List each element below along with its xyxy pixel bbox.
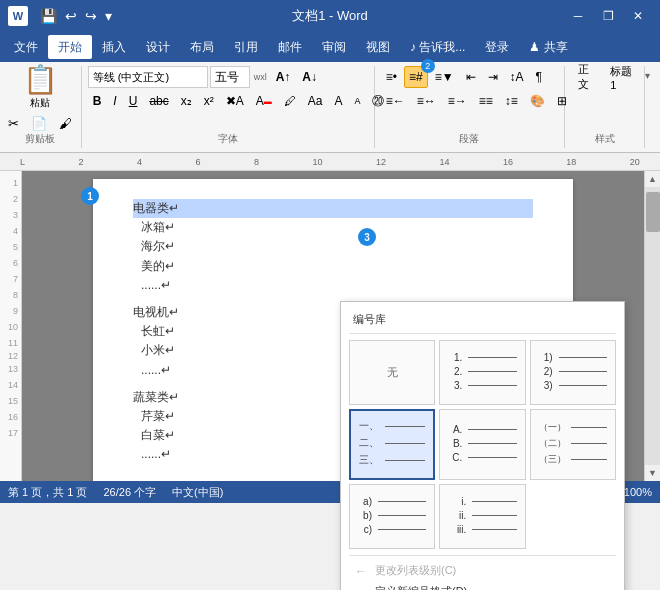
font-smallA-button[interactable]: A [349, 90, 365, 112]
none-label: 无 [387, 365, 398, 380]
font-bigA-button[interactable]: A [329, 90, 347, 112]
increase-font-btn[interactable]: A↑ [271, 66, 296, 88]
show-marks-button[interactable]: ¶ [531, 66, 547, 88]
font-name-box[interactable]: 等线 (中文正文) [88, 66, 208, 88]
decrease-font-btn[interactable]: A↓ [297, 66, 322, 88]
ribbon-expand-btn[interactable]: ▾ [645, 66, 660, 148]
item-midea: 美的↵ [133, 257, 533, 276]
list-style-grid: 无 1. 2. 3. [349, 340, 616, 549]
vertical-scrollbar[interactable]: ▲ ▼ [644, 171, 660, 481]
font-color-button[interactable]: A▬ [251, 90, 277, 112]
ruler-12: 12 [376, 157, 386, 167]
menu-layout[interactable]: 布局 [180, 35, 224, 59]
scroll-up-btn[interactable]: ▲ [645, 171, 661, 187]
section-header-appliances: 电器类↵ [133, 199, 533, 218]
copy-button[interactable]: 📄 [26, 112, 52, 134]
ruler-4: 4 [137, 157, 142, 167]
menu-design[interactable]: 设计 [136, 35, 180, 59]
list-style-none[interactable]: 无 [349, 340, 435, 405]
al-line-2: b) [358, 510, 426, 521]
item-ellipsis1: ......↵ [133, 276, 533, 295]
subscript-button[interactable]: x₂ [176, 90, 197, 112]
define-new-format-action[interactable]: 定义新编号格式(D)... [349, 581, 616, 590]
font-row1: 等线 (中文正文) 五号 wxl A↑ A↓ [88, 66, 368, 88]
undo-quick-btn[interactable]: ↩ [63, 6, 79, 26]
menu-review[interactable]: 审阅 [312, 35, 356, 59]
line-num-8: 8 [0, 287, 18, 303]
window-controls: ─ ❐ ✕ [564, 5, 652, 27]
scroll-track[interactable] [645, 187, 661, 465]
redo-quick-btn[interactable]: ↪ [83, 6, 99, 26]
superscript-button[interactable]: x² [199, 90, 219, 112]
style-h1[interactable]: 标题1 [605, 66, 638, 88]
styles-label: 样式 [565, 132, 644, 146]
chinese-lines: 一、 二、 三、 [355, 417, 429, 472]
menu-share[interactable]: ♟ 共享 [519, 35, 577, 59]
roman-line-1: i. [448, 496, 516, 507]
menu-signin[interactable]: 登录 [475, 35, 519, 59]
alpha-lower-lines: a) b) c) [354, 494, 430, 540]
cut-button[interactable]: ✂ [3, 112, 24, 134]
menu-help[interactable]: ♪ 告诉我... [400, 35, 475, 59]
line-numbers: 1 2 3 4 5 6 7 8 9 10 11 12 13 14 15 16 1… [0, 171, 22, 481]
word-count: 26/26 个字 [103, 485, 156, 500]
sort-button[interactable]: ↕A [505, 66, 529, 88]
minimize-button[interactable]: ─ [564, 5, 592, 27]
menu-file[interactable]: 文件 [4, 35, 48, 59]
align-right-button[interactable]: ≡→ [443, 90, 472, 112]
paren-lines: 1) 2) 3) [535, 350, 611, 396]
line-num-7: 7 [0, 271, 18, 287]
restore-button[interactable]: ❐ [594, 5, 622, 27]
numbering-button[interactable]: ≡# 2 [404, 66, 428, 88]
menu-mailings[interactable]: 邮件 [268, 35, 312, 59]
ruler-2: 2 [78, 157, 83, 167]
alpha-line-1: A. [448, 424, 516, 435]
list-style-numeric[interactable]: 1. 2. 3. [439, 340, 525, 405]
chinese-line-3: 三、 [359, 453, 425, 467]
scroll-thumb[interactable] [646, 192, 660, 232]
menu-bar: 文件 开始 插入 设计 布局 引用 邮件 审阅 视图 ♪ 告诉我... 登录 ♟… [0, 32, 660, 62]
menu-view[interactable]: 视图 [356, 35, 400, 59]
highlight-button[interactable]: 🖊 [279, 90, 301, 112]
line-num-5: 5 [0, 239, 18, 255]
close-button[interactable]: ✕ [624, 5, 652, 27]
underline-button[interactable]: U [124, 90, 143, 112]
list-style-chinese[interactable]: 一、 二、 三、 [349, 409, 435, 480]
format-painter-button[interactable]: 🖌 [54, 112, 77, 134]
font-size-box[interactable]: 五号 [210, 66, 250, 88]
align-center-button[interactable]: ≡↔ [412, 90, 441, 112]
clear-format-button[interactable]: ✖A [221, 90, 249, 112]
line-num-14: 14 [0, 377, 18, 393]
bold-button[interactable]: B [88, 90, 107, 112]
decrease-indent-button[interactable]: ⇤ [461, 66, 481, 88]
shading-button[interactable]: 🎨 [525, 90, 550, 112]
font-aa-button[interactable]: Aa [303, 90, 328, 112]
list-style-paren[interactable]: 1) 2) 3) [530, 340, 616, 405]
menu-home[interactable]: 开始 [48, 35, 92, 59]
scroll-down-btn[interactable]: ▼ [645, 465, 661, 481]
strikethrough-button[interactable]: abc [144, 90, 173, 112]
roman-line-3: iii. [448, 524, 516, 535]
style-normal[interactable]: 正文 [571, 66, 603, 88]
list-style-chinese-paren[interactable]: （一） （二） （三） [530, 409, 616, 480]
customize-quick-btn[interactable]: ▾ [103, 6, 114, 26]
numeric-line-2: 2. [448, 366, 516, 377]
list-style-alpha[interactable]: A. B. C. [439, 409, 525, 480]
justify-button[interactable]: ≡≡ [474, 90, 498, 112]
menu-references[interactable]: 引用 [224, 35, 268, 59]
paste-button[interactable]: 📋 粘贴 [23, 66, 58, 110]
font-label: 字体 [82, 132, 374, 146]
line-spacing-button[interactable]: ↕≡ [500, 90, 523, 112]
bullets-button[interactable]: ≡• [381, 66, 402, 88]
align-left-button[interactable]: ≡← [381, 90, 410, 112]
line-num-16: 16 [0, 409, 18, 425]
list-style-alpha-lower[interactable]: a) b) c) [349, 484, 435, 549]
chinese-line-1: 一、 [359, 419, 425, 433]
alpha-lines: A. B. C. [444, 422, 520, 468]
increase-indent-button[interactable]: ⇥ [483, 66, 503, 88]
menu-insert[interactable]: 插入 [92, 35, 136, 59]
save-quick-btn[interactable]: 💾 [38, 6, 59, 26]
annotation-1: 1 [81, 187, 99, 205]
list-style-roman[interactable]: i. ii. iii. [439, 484, 525, 549]
italic-button[interactable]: I [108, 90, 121, 112]
